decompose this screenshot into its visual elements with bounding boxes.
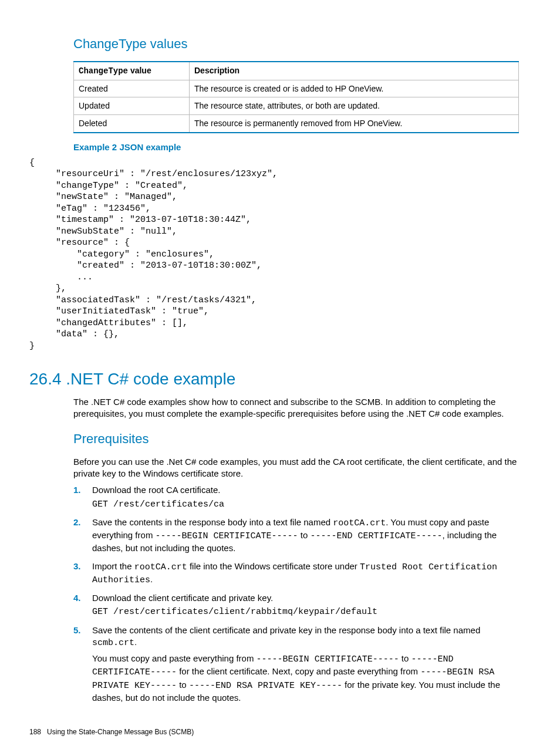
footer-title: Using the State-Change Message Bus (SCMB… [47,728,194,736]
code-line: GET /rest/certificates/client/rabbitmq/k… [92,606,519,618]
net-intro-text: The .NET C# code examples show how to co… [73,396,519,420]
heading-prerequisites: Prerequisites [73,430,519,448]
example-label: Example 2 JSON example [73,141,519,153]
table-row: Deleted The resource is permanently remo… [74,115,519,133]
heading-changetype: ChangeType values [73,35,519,53]
table-row: Created The resource is created or is ad… [74,80,519,97]
json-code-block: { "resourceUri" : "/rest/enclosures/123x… [29,157,519,352]
changetype-table: ChangeType value Description Created The… [73,61,519,134]
step-3: 3. Import the rootCA.crt file into the W… [73,561,519,587]
prereq-intro-text: Before you can use the .Net C# code exam… [73,456,519,480]
steps-list: 1. Download the root CA certificate. GET… [73,484,519,704]
code-line: GET /rest/certificates/ca [92,499,519,511]
step-4: 4. Download the client certificate and p… [73,592,519,619]
step-1: 1. Download the root CA certificate. GET… [73,484,519,511]
step-2: 2. Save the contents in the response bod… [73,517,519,555]
step-5: 5. Save the contents of the client certi… [73,625,519,704]
page-number: 188 [29,728,41,736]
th-desc: Description [190,62,519,80]
th-value: ChangeType value [74,62,190,80]
page-footer: 188 Using the State-Change Message Bus (… [29,727,519,737]
table-row: Updated The resource state, attributes, … [74,97,519,115]
heading-net-example: 26.4 .NET C# code example [29,368,519,390]
